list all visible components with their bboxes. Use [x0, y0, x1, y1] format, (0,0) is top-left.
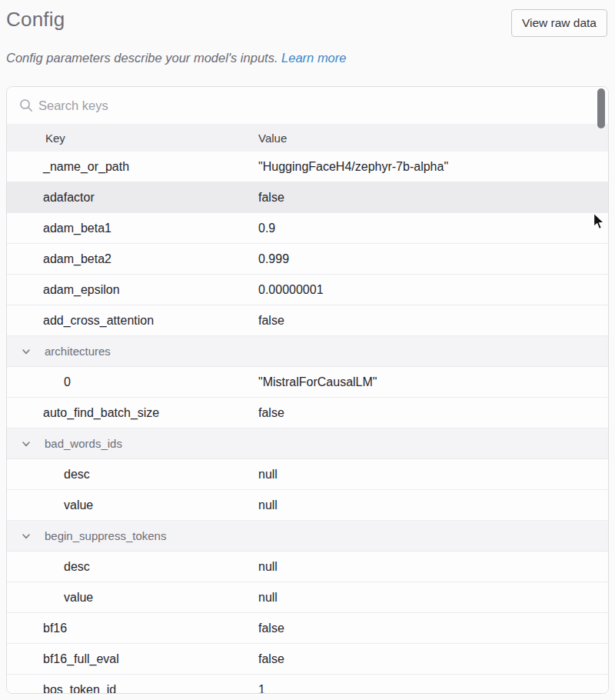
config-key: adam_beta1 — [7, 222, 258, 235]
config-value: 0.00000001 — [258, 283, 608, 297]
config-value: 1 — [258, 683, 608, 695]
config-table-row[interactable]: bos_token_id1 — [7, 675, 608, 694]
config-value: 0.999 — [258, 252, 608, 266]
page-header: Config View raw data — [6, 8, 607, 32]
config-table-row[interactable]: add_cross_attentionfalse — [7, 305, 608, 336]
config-table-row[interactable]: bf16_full_evalfalse — [7, 644, 608, 675]
config-group-row[interactable]: begin_suppress_tokens — [7, 521, 608, 552]
config-group-label: architectures — [45, 345, 111, 358]
config-table-row[interactable]: valuenull — [7, 490, 608, 521]
chevron-down-icon — [21, 438, 32, 449]
config-value: null — [258, 591, 608, 605]
config-key: desc — [7, 560, 258, 574]
config-key: bf16_full_eval — [7, 652, 258, 666]
column-header-value: Value — [258, 132, 608, 145]
config-key: value — [7, 498, 258, 512]
config-table-row[interactable]: descnull — [7, 552, 608, 582]
config-value: 0.9 — [258, 222, 608, 235]
config-key: auto_find_batch_size — [7, 406, 258, 420]
config-key: adam_beta2 — [7, 252, 258, 266]
chevron-down-icon — [21, 531, 32, 542]
config-table-row[interactable]: auto_find_batch_sizefalse — [7, 398, 608, 428]
config-value: null — [258, 498, 608, 512]
config-value: false — [258, 652, 608, 666]
chevron-down-icon — [21, 346, 32, 357]
config-table-body: _name_or_path"HuggingFaceH4/zephyr-7b-al… — [7, 152, 608, 694]
search-icon — [19, 98, 33, 112]
config-key: architectures — [7, 345, 258, 358]
config-key: _name_or_path — [7, 160, 258, 174]
config-value: false — [258, 406, 608, 420]
search-bar — [7, 87, 608, 124]
view-raw-data-button[interactable]: View raw data — [511, 9, 607, 37]
config-group-row[interactable]: architectures — [7, 336, 608, 367]
config-key: bf16 — [7, 622, 258, 635]
config-table-row[interactable]: valuenull — [7, 582, 608, 613]
config-key: bos_token_id — [7, 683, 258, 695]
config-table-row[interactable]: adam_beta10.9 — [7, 213, 608, 244]
config-value: null — [258, 560, 608, 574]
config-key: desc — [7, 468, 258, 482]
subtitle-text: Config parameters describe your model's … — [6, 51, 278, 65]
config-key: begin_suppress_tokens — [7, 529, 258, 542]
config-panel: Key Value _name_or_path"HuggingFaceH4/ze… — [6, 86, 609, 694]
config-value: "MistralForCausalLM" — [258, 375, 608, 389]
config-group-row[interactable]: bad_words_ids — [7, 428, 608, 459]
config-table-row[interactable]: _name_or_path"HuggingFaceH4/zephyr-7b-al… — [7, 152, 608, 182]
config-group-label: bad_words_ids — [45, 437, 122, 450]
scrollbar-thumb[interactable] — [597, 88, 605, 128]
config-table-row[interactable]: adam_beta20.999 — [7, 244, 608, 275]
config-value: false — [258, 622, 608, 635]
config-value: "HuggingFaceH4/zephyr-7b-alpha" — [258, 160, 608, 174]
config-key: adafactor — [7, 191, 258, 205]
config-key: 0 — [7, 375, 258, 389]
config-key: value — [7, 591, 258, 605]
column-header-key: Key — [7, 132, 258, 145]
config-table-row[interactable]: bf16false — [7, 613, 608, 644]
config-table-row[interactable]: descnull — [7, 459, 608, 490]
config-group-label: begin_suppress_tokens — [45, 529, 166, 542]
config-value: null — [258, 468, 608, 482]
config-subtitle: Config parameters describe your model's … — [6, 51, 346, 65]
config-key: add_cross_attention — [7, 314, 258, 328]
config-table-row[interactable]: 0"MistralForCausalLM" — [7, 367, 608, 398]
learn-more-link[interactable]: Learn more — [281, 51, 346, 65]
config-key: adam_epsilon — [7, 283, 258, 297]
config-value: false — [258, 191, 608, 205]
search-input[interactable] — [38, 98, 608, 113]
config-key: bad_words_ids — [7, 437, 258, 450]
config-value: false — [258, 314, 608, 328]
config-table-row[interactable]: adafactorfalse — [7, 182, 608, 213]
config-table-row[interactable]: adam_epsilon0.00000001 — [7, 275, 608, 305]
config-table-header: Key Value — [7, 124, 608, 152]
